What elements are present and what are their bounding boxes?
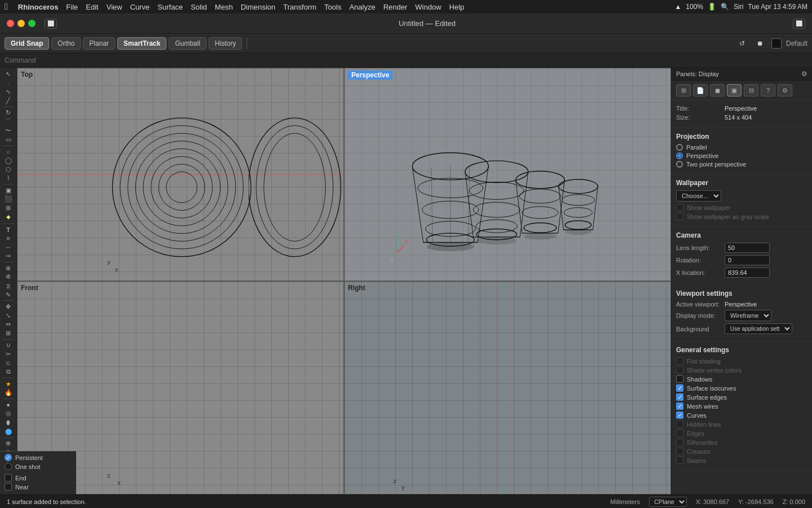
sphere-tool[interactable]: ●	[2, 401, 15, 409]
menu-dimension[interactable]: Dimension	[241, 3, 275, 11]
sidebar-toggle[interactable]: ⬜	[45, 19, 57, 29]
menu-analyze[interactable]: Analyze	[349, 3, 375, 11]
smarttrack-button[interactable]: SmartTrack	[117, 37, 166, 50]
menu-help[interactable]: Help	[449, 3, 465, 11]
app-name[interactable]: Rhinoceros	[18, 3, 59, 11]
solid-tool[interactable]: ⬛	[2, 195, 15, 203]
group-tool[interactable]: ⧉	[2, 368, 15, 376]
planar-button[interactable]: Planar	[83, 37, 115, 50]
text-tool[interactable]: T	[2, 225, 15, 234]
boolean-tool[interactable]: ∪	[2, 341, 15, 349]
show-wallpaper-row[interactable]: Show wallpaper	[676, 204, 807, 211]
silhouettes-row[interactable]: Silhouettes	[676, 439, 807, 446]
ortho-button[interactable]: Ortho	[51, 37, 81, 50]
menu-edit[interactable]: Edit	[86, 3, 98, 11]
blob-tool[interactable]: ⬮	[2, 418, 15, 427]
leader-tool[interactable]: ⇒	[2, 252, 15, 260]
edges-row[interactable]: Edges	[676, 430, 807, 437]
oneshot-checkbox[interactable]	[5, 463, 12, 470]
flat-shading-checkbox[interactable]	[676, 357, 683, 365]
surface-isocurves-row[interactable]: Surface isocurves	[676, 384, 807, 392]
menu-transform[interactable]: Transform	[283, 3, 316, 11]
edit-tool[interactable]: ✎	[2, 291, 15, 299]
shade-vertex-row[interactable]: Shade vertex colors	[676, 366, 807, 374]
menu-curve[interactable]: Curve	[130, 3, 150, 11]
curve-tool[interactable]: ∿	[2, 87, 15, 96]
osnap-tool[interactable]: ✲	[2, 273, 15, 281]
oneshot-row[interactable]: One shot	[5, 463, 72, 470]
gumball-button[interactable]: Gumball	[169, 37, 206, 50]
menu-tools[interactable]: Tools	[324, 3, 341, 11]
viewport-top[interactable]: Top x y	[17, 68, 344, 281]
menu-surface[interactable]: Surface	[157, 3, 183, 11]
show-wallpaper-checkbox[interactable]	[676, 204, 683, 211]
surface-edges-row[interactable]: Surface edges	[676, 393, 807, 401]
panel-tab-layers[interactable]: ⊞	[676, 84, 691, 97]
join-tool[interactable]: ⊂	[2, 359, 15, 367]
creases-row[interactable]: Creases	[676, 448, 807, 455]
render-icon[interactable]: ★	[2, 380, 15, 388]
mesh-tool[interactable]: ⊞	[2, 204, 15, 212]
surface-tool[interactable]: ▣	[2, 186, 15, 195]
persistent-row[interactable]: Persistent	[5, 454, 72, 461]
end-row[interactable]: End	[5, 474, 72, 481]
apple-menu[interactable]: 	[5, 2, 8, 12]
hatch-tool[interactable]: ≡	[2, 234, 15, 243]
search-icon[interactable]: 🔍	[721, 3, 729, 11]
point-tool[interactable]: ·	[2, 79, 15, 87]
shadows-checkbox[interactable]	[676, 375, 683, 383]
circle-tool[interactable]: ○	[2, 147, 15, 156]
creases-checkbox[interactable]	[676, 448, 683, 455]
surface-isocurves-checkbox[interactable]	[676, 384, 683, 392]
rectangle-tool[interactable]: ▭	[2, 135, 15, 144]
panel-tab-grid[interactable]: ⊟	[744, 84, 758, 97]
menu-view[interactable]: View	[107, 3, 122, 11]
display-mode-dropdown[interactable]: Wireframe Rendered Shaded	[725, 310, 771, 321]
record-icon[interactable]: ⏺	[753, 37, 767, 50]
array-tool[interactable]: ⊞	[2, 329, 15, 338]
mesh-wires-row[interactable]: Mesh wires	[676, 402, 807, 410]
close-button[interactable]	[7, 20, 14, 27]
panel-tab-3d[interactable]: ◼	[710, 84, 725, 97]
cplane-dropdown[interactable]: CPlane	[649, 497, 687, 507]
minimize-button[interactable]	[17, 20, 25, 27]
x-location-input[interactable]	[725, 268, 770, 278]
move-tool[interactable]: ✥	[2, 303, 15, 311]
palette-icon[interactable]: ⬤	[2, 427, 15, 436]
select-tool[interactable]: ↖	[2, 70, 15, 78]
viewport-right[interactable]: Right y z	[344, 281, 671, 494]
show-wallpaper-gray-row[interactable]: Show wallpaper as gray scale	[676, 213, 807, 220]
arc-tool[interactable]: ⌒	[2, 117, 15, 126]
gridsnap-button[interactable]: Grid Snap	[5, 37, 49, 50]
panel-tab-properties[interactable]: 📄	[693, 84, 708, 97]
mesh-wires-checkbox[interactable]	[676, 402, 683, 410]
panels-gear-icon[interactable]: ⚙	[801, 70, 807, 78]
silhouettes-checkbox[interactable]	[676, 439, 683, 446]
flat-shading-row[interactable]: Flat shading	[676, 357, 807, 365]
menu-render[interactable]: Render	[383, 3, 408, 11]
radio-twopoint-circle[interactable]	[676, 161, 683, 168]
snap-tool[interactable]: ⊕	[2, 264, 15, 273]
rotation-input[interactable]	[725, 255, 770, 265]
viewport-perspective[interactable]: Perspective x z y	[344, 68, 671, 281]
flame-icon[interactable]: 🔥	[2, 389, 15, 397]
menu-window[interactable]: Window	[415, 3, 441, 11]
end-checkbox[interactable]	[5, 474, 12, 481]
scale-tool[interactable]: ⤡	[2, 312, 15, 320]
menu-mesh[interactable]: Mesh	[215, 3, 233, 11]
curves-row[interactable]: Curves	[676, 411, 807, 419]
radio-twopoint[interactable]: Two point perspective	[676, 161, 807, 168]
shade-vertex-checkbox[interactable]	[676, 366, 683, 374]
show-wallpaper-gray-checkbox[interactable]	[676, 213, 683, 220]
trim-tool[interactable]: ✂	[2, 350, 15, 358]
persistent-checkbox[interactable]	[5, 454, 12, 461]
menu-file[interactable]: File	[66, 3, 78, 11]
radio-perspective[interactable]: Perspective	[676, 152, 807, 159]
hidden-lines-row[interactable]: Hidden lines	[676, 421, 807, 428]
filter-tool[interactable]: ⧖	[2, 282, 15, 290]
panel-tab-display[interactable]: ▣	[727, 84, 742, 97]
near-row[interactable]: Near	[5, 483, 72, 491]
polyline-tool[interactable]: ╱	[2, 97, 15, 105]
panel-tab-settings[interactable]: ⚙	[778, 84, 792, 97]
history-button[interactable]: History	[209, 37, 242, 50]
